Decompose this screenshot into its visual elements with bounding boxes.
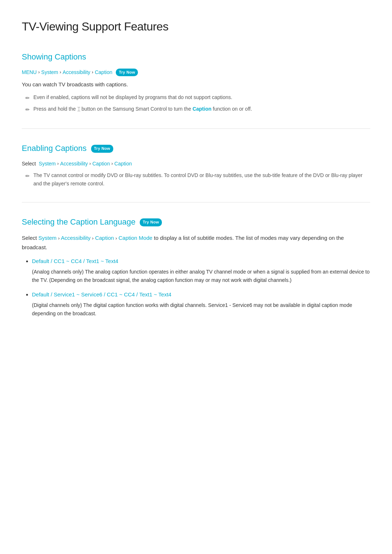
breadcrumb-sep5: › [89, 160, 91, 168]
breadcrumb-sep2: › [60, 69, 61, 76]
breadcrumb-select-label: Select [22, 160, 37, 168]
pencil-icon-3: ✏ [25, 172, 30, 180]
pencil-icon-1: ✏ [25, 94, 30, 102]
note-item-3: ✏ The TV cannot control or modify DVD or… [25, 171, 370, 188]
bullet-digital-header: Default / Service1 ~ Service6 / CC1 ~ CC… [32, 291, 171, 297]
try-now-badge-3[interactable]: Try Now [140, 218, 162, 226]
section3-heading: Selecting the Caption Language Try Now [22, 216, 370, 228]
bullet-item-digital: Default / Service1 ~ Service6 / CC1 ~ CC… [32, 290, 370, 318]
bullet-analog-header: Default / CC1 ~ CC4 / Text1 ~ Text4 [32, 258, 118, 264]
breadcrumb-caption-mode: Caption Mode [119, 235, 152, 241]
divider-1 [22, 128, 370, 129]
note-text-3: The TV cannot control or modify DVD or B… [33, 171, 370, 188]
try-now-badge-1[interactable]: Try Now [116, 69, 138, 77]
section-caption-language: Selecting the Caption Language Try Now S… [22, 216, 370, 318]
breadcrumb-system3: System [38, 235, 57, 241]
section3-bullet-list: Default / CC1 ~ CC4 / Text1 ~ Text4 (Ana… [32, 257, 370, 318]
bullet-analog-body: (Analog channels only) The analog captio… [32, 268, 370, 284]
section1-intro: You can watch TV broadcasts with caption… [22, 80, 370, 89]
breadcrumb-caption4: Caption [95, 235, 114, 241]
breadcrumb-sep1: › [38, 69, 40, 76]
note-text-2: Press and hold the ⌶ button on the Samsu… [33, 105, 252, 113]
pencil-icon-2: ✏ [25, 106, 30, 114]
section-enabling-captions: Enabling Captions Try Now Select System … [22, 142, 370, 188]
breadcrumb-accessibility2: Accessibility [60, 160, 88, 168]
breadcrumb-sep4: › [57, 160, 59, 168]
bullet-item-analog: Default / CC1 ~ CC4 / Text1 ~ Text4 (Ana… [32, 257, 370, 284]
breadcrumb-sep6: › [111, 160, 113, 168]
section2-heading: Enabling Captions Try Now [22, 142, 370, 155]
section2-notes: ✏ The TV cannot control or modify DVD or… [25, 171, 370, 188]
breadcrumb-system1: System [41, 68, 58, 76]
try-now-badge-2[interactable]: Try Now [91, 145, 113, 153]
breadcrumb-caption2: Caption [92, 160, 110, 168]
section3-intro: Select System › Accessibility › Caption … [22, 233, 370, 252]
bullet-digital-body: (Digital channels only) The digital capt… [32, 301, 370, 318]
breadcrumb-caption1: Caption [95, 68, 112, 76]
breadcrumb-system2: System [39, 160, 56, 168]
breadcrumb-caption3: Caption [114, 160, 132, 168]
breadcrumb-sep3: › [92, 69, 93, 76]
note-item-2: ✏ Press and hold the ⌶ button on the Sam… [25, 105, 370, 114]
section-showing-captions: Showing Captions MENU › System › Accessi… [22, 50, 370, 114]
section2-breadcrumb: Select System › Accessibility › Caption … [22, 160, 370, 168]
breadcrumb-menu: MENU [22, 68, 37, 76]
section1-heading: Showing Captions [22, 50, 370, 63]
section1-breadcrumb: MENU › System › Accessibility › Caption … [22, 68, 370, 76]
page-title: TV-Viewing Support Features [22, 17, 370, 36]
breadcrumb-accessibility1: Accessibility [63, 68, 90, 76]
note-item-1: ✏ Even if enabled, captions will not be … [25, 93, 370, 102]
divider-2 [22, 202, 370, 202]
note-text-1: Even if enabled, captions will not be di… [33, 93, 232, 101]
breadcrumb-accessibility3: Accessibility [61, 235, 91, 241]
section1-notes: ✏ Even if enabled, captions will not be … [25, 93, 370, 114]
